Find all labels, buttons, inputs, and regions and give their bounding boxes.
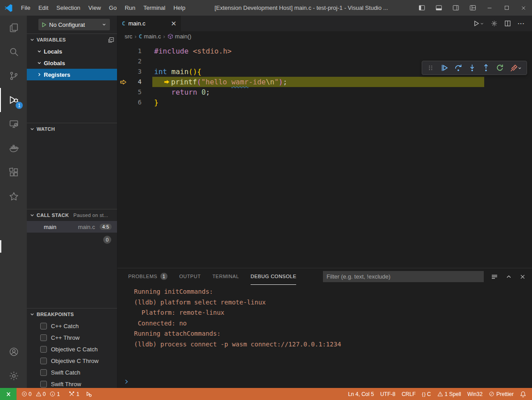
explorer-icon[interactable]	[0, 16, 27, 40]
debug-console-input[interactable]	[117, 375, 532, 388]
docker-icon[interactable]	[0, 136, 27, 160]
variables-list: LocalsGlobalsRegisters	[27, 46, 117, 80]
menu-run[interactable]: Run	[121, 0, 139, 16]
platform-indicator[interactable]: Win32	[464, 388, 486, 400]
editor-code-area[interactable]: 1#include <stdio.h>23int main(){4printf(…	[117, 42, 532, 268]
step-over-button[interactable]	[453, 63, 463, 73]
output-menu-icon[interactable]	[491, 273, 498, 280]
breakpoint-checkbox[interactable]	[40, 346, 47, 353]
breakpoint-row-swift-catch[interactable]: Swift Catch	[27, 367, 117, 378]
extensions-icon[interactable]	[0, 160, 27, 184]
code-line-6[interactable]: 6}	[117, 97, 532, 108]
close-panel-icon[interactable]	[519, 274, 526, 280]
config-gear-icon[interactable]	[491, 20, 498, 27]
debug-console-output[interactable]: Running initCommands:(lldb) platform sel…	[117, 285, 532, 375]
toolbar-drag-gripper[interactable]	[426, 63, 436, 73]
menu-go[interactable]: Go	[105, 0, 121, 16]
collapse-all-icon[interactable]	[108, 37, 114, 43]
menu-terminal[interactable]: Terminal	[139, 0, 169, 16]
menu-help[interactable]: Help	[169, 0, 189, 16]
spell-indicator[interactable]: 1 Spell	[434, 388, 465, 400]
code-line-4[interactable]: 4printf("hello wamr-ide\n");	[117, 77, 532, 87]
breakpoint-row-c-catch[interactable]: C++ Catch	[27, 320, 117, 332]
encoding-indicator[interactable]: UTF-8	[377, 388, 398, 400]
restart-button[interactable]	[495, 63, 505, 73]
console-filter-input[interactable]	[323, 271, 484, 282]
eol-indicator[interactable]: CRLF	[398, 388, 419, 400]
breakpoint-checkbox[interactable]	[40, 334, 47, 341]
language-indicator[interactable]: { }C	[419, 388, 434, 400]
code-line-5[interactable]: 5 return 0;	[117, 87, 532, 97]
tab-main-c[interactable]: C main.c ✕	[117, 16, 181, 31]
more-actions-icon[interactable]: ···	[518, 20, 525, 27]
star-icon[interactable]	[0, 184, 27, 208]
breadcrumb-symbol[interactable]: main()	[168, 33, 192, 40]
maximize-button[interactable]	[498, 0, 515, 16]
layout-sidebar-icon[interactable]	[413, 0, 430, 16]
tab-close-icon[interactable]: ✕	[171, 20, 176, 27]
formatter-indicator[interactable]: Prettier	[486, 388, 517, 400]
panel-tab-terminal[interactable]: TERMINAL	[212, 268, 239, 285]
code-line-1[interactable]: 1#include <stdio.h>	[117, 46, 532, 56]
settings-gear-icon[interactable]	[0, 364, 27, 388]
remote-explorer-icon[interactable]	[0, 112, 27, 136]
menu-edit[interactable]: Edit	[34, 0, 52, 16]
breakpoint-gutter[interactable]	[117, 87, 129, 97]
watch-section-header[interactable]: WATCH	[27, 123, 117, 135]
breakpoint-checkbox[interactable]	[40, 381, 47, 388]
disconnect-button[interactable]	[509, 63, 523, 73]
breakpoint-row-objective-c-catch[interactable]: Objective C Catch	[27, 343, 117, 355]
layout-secondary-sidebar-icon[interactable]	[447, 0, 464, 16]
split-editor-icon[interactable]	[504, 20, 511, 27]
breakpoints-section-header[interactable]: BREAKPOINTS	[27, 308, 117, 320]
breakpoint-row-c-throw[interactable]: C++ Throw	[27, 332, 117, 343]
step-into-button[interactable]	[467, 63, 477, 73]
cursor-position-indicator[interactable]: Ln 4, Col 5	[345, 388, 377, 400]
launch-config-dropdown[interactable]: No Configurat	[38, 19, 110, 30]
breakpoint-row-objective-c-throw[interactable]: Objective C Throw	[27, 355, 117, 367]
step-out-button[interactable]	[481, 63, 491, 73]
tools-count: 1	[76, 391, 80, 397]
tools-indicator[interactable]: 1	[66, 388, 83, 400]
accounts-icon[interactable]	[0, 340, 27, 364]
variables-item-globals[interactable]: Globals	[27, 57, 117, 69]
start-debugging-icon[interactable]	[41, 22, 47, 28]
continue-button[interactable]	[440, 63, 449, 73]
breadcrumb-file[interactable]: C main.c	[139, 33, 161, 40]
breakpoint-gutter[interactable]	[117, 56, 129, 67]
run-and-debug-icon[interactable]: 1	[0, 88, 27, 112]
panel-tab-output[interactable]: OUTPUT	[179, 268, 201, 285]
notifications-bell[interactable]	[517, 388, 529, 400]
panel-tab-problems[interactable]: PROBLEMS1	[128, 268, 168, 285]
source-control-icon[interactable]	[0, 64, 27, 88]
menu-file[interactable]: File	[17, 0, 34, 16]
search-icon[interactable]	[0, 40, 27, 64]
current-frame-arrow-icon[interactable]	[117, 77, 129, 87]
breakpoint-checkbox[interactable]	[40, 369, 47, 376]
minimize-button[interactable]	[481, 0, 498, 16]
variables-item-label: Locals	[44, 48, 62, 55]
close-button[interactable]	[515, 0, 532, 16]
variables-item-registers[interactable]: Registers	[27, 69, 117, 80]
variables-item-locals[interactable]: Locals	[27, 46, 117, 57]
problems-indicator[interactable]: 0 0 1	[18, 388, 66, 400]
remote-indicator[interactable]	[0, 388, 17, 400]
variables-section-header[interactable]: VARIABLES	[27, 34, 117, 46]
call-stack-section-header[interactable]: CALL STACK Paused on st...	[27, 209, 117, 221]
stack-frame-row[interactable]: main main.c 4:5	[27, 221, 117, 233]
line-content: #include <stdio.h>	[145, 46, 231, 56]
panel-tab-debug-console[interactable]: DEBUG CONSOLE	[251, 268, 296, 285]
layout-panel-icon[interactable]	[430, 0, 447, 16]
breadcrumb-folder[interactable]: src	[125, 33, 132, 40]
breakpoint-gutter[interactable]	[117, 67, 129, 77]
menu-view[interactable]: View	[84, 0, 105, 16]
menu-selection[interactable]: Selection	[52, 0, 84, 16]
run-file-button[interactable]	[473, 20, 484, 27]
debug-status-indicator[interactable]	[83, 388, 95, 400]
breakpoint-gutter[interactable]	[117, 46, 129, 56]
breakpoint-checkbox[interactable]	[40, 323, 47, 329]
breakpoint-gutter[interactable]	[117, 97, 129, 108]
layout-customize-icon[interactable]	[464, 0, 481, 16]
maximize-panel-icon[interactable]	[506, 274, 512, 280]
breakpoint-checkbox[interactable]	[40, 358, 47, 364]
